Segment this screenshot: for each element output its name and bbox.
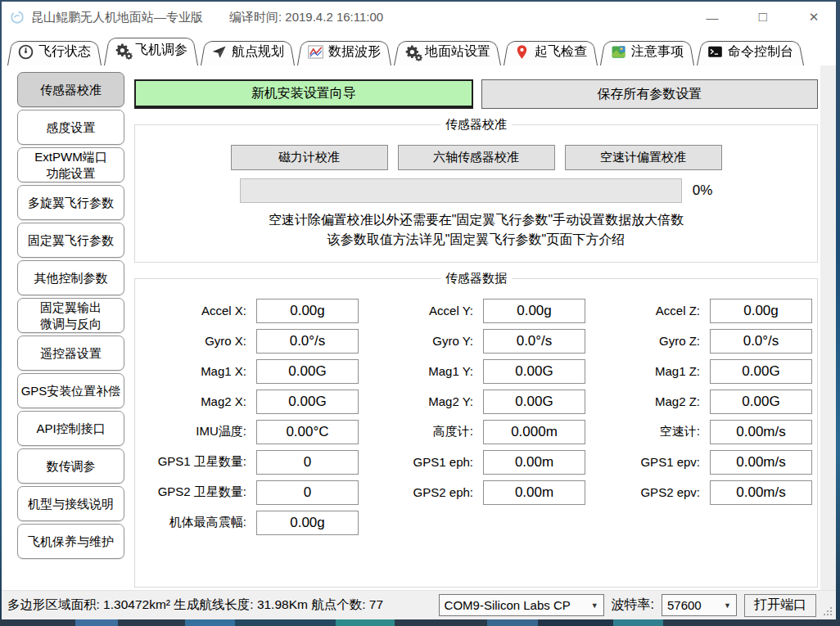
gears-icon bbox=[115, 43, 130, 58]
map-icon bbox=[611, 44, 626, 60]
sensor-field-label: IMU温度: bbox=[142, 424, 256, 439]
tab-label: 航点规划 bbox=[232, 43, 284, 61]
airspeed-offset-calibration-button[interactable]: 空速计偏置校准 bbox=[565, 145, 722, 170]
sensor-field-value: 0.00G bbox=[256, 359, 359, 384]
sensor-field-label: 高度计: bbox=[359, 424, 483, 439]
tab-data-waveform[interactable]: 数据波形 bbox=[297, 38, 391, 65]
sensor-field-value: 0.00G bbox=[256, 390, 359, 414]
sensor-field-value: 0.0°/s bbox=[710, 329, 812, 354]
sensor-field-value: 0.00G bbox=[710, 390, 812, 414]
sidebar-item-telemetry-tuning[interactable]: 数传调参 bbox=[17, 448, 124, 484]
window-title: 昆山鲲鹏无人机地面站—专业版 bbox=[31, 10, 203, 25]
sensor-field-label: Gyro Z: bbox=[585, 334, 710, 348]
tab-label: 地面站设置 bbox=[425, 43, 490, 61]
tab-label: 飞行状态 bbox=[38, 43, 91, 61]
sensor-field-label: Mag2 Z: bbox=[585, 394, 710, 408]
calibration-progress-bar bbox=[240, 178, 682, 203]
sensor-field-value: 0.00g bbox=[710, 299, 812, 323]
sidebar-item-gps-mount-offset[interactable]: GPS安装位置补偿 bbox=[17, 373, 124, 408]
sensor-calibration-group: 传感器校准 磁力计校准 六轴传感器校准 空速计偏置校准 0% 空速计除偏置校准以… bbox=[134, 124, 818, 263]
sidebar-item-fixedwing-params[interactable]: 固定翼飞行参数 bbox=[17, 223, 124, 258]
sensor-field-value: 0.00°C bbox=[256, 420, 359, 444]
maximize-button[interactable]: □ bbox=[756, 9, 770, 25]
sidebar-item-fixedwing-output[interactable]: 固定翼输出 微调与反向 bbox=[17, 298, 124, 333]
sensor-field-label: 空速计: bbox=[585, 424, 710, 439]
calibration-note-line2: 该参数取值方法详见"固定翼飞行参数"页面下方介绍 bbox=[135, 230, 817, 250]
sensor-field-value: 0.00m/s bbox=[710, 480, 812, 505]
sensor-data-group: 传感器数据 Accel X:0.00gAccel Y:0.00gAccel Z:… bbox=[134, 278, 818, 588]
tab-aircraft-tuning[interactable]: 飞机调参 bbox=[104, 34, 198, 65]
sidebar-item-airframe-wiring[interactable]: 机型与接线说明 bbox=[17, 486, 124, 521]
sidebar-item-rc-settings[interactable]: 遥控器设置 bbox=[17, 336, 124, 371]
minimize-button[interactable]: — bbox=[705, 11, 720, 25]
new-aircraft-wizard-button[interactable]: 新机安装设置向导 bbox=[134, 79, 473, 109]
baud-rate-value: 57600 bbox=[667, 598, 702, 612]
sidebar-item-api-interface[interactable]: API控制接口 bbox=[17, 411, 124, 446]
sensor-field-label: Mag1 Y: bbox=[359, 364, 483, 378]
tab-label: 数据波形 bbox=[328, 43, 381, 61]
group-title: 传感器校准 bbox=[440, 117, 512, 133]
tab-label: 注意事项 bbox=[631, 43, 684, 61]
sensor-field-label: GPS1 卫星数量: bbox=[142, 454, 256, 470]
open-port-button[interactable]: 打开端口 bbox=[744, 594, 816, 617]
right-gutter bbox=[820, 65, 836, 590]
save-all-params-button[interactable]: 保存所有参数设置 bbox=[481, 79, 819, 109]
sensor-field-value: 0.0°/s bbox=[256, 329, 359, 354]
sidebar-item-sensitivity[interactable]: 感度设置 bbox=[17, 110, 124, 145]
tab-waypoint-plan[interactable]: 航点规划 bbox=[201, 38, 295, 65]
sensor-field-label: Mag1 X: bbox=[142, 364, 256, 378]
gears-icon bbox=[404, 44, 420, 60]
main-area: 传感器校准感度设置ExtPWM端口 功能设置多旋翼飞行参数固定翼飞行参数其他控制… bbox=[2, 65, 836, 590]
sensor-field-label: Mag2 Y: bbox=[359, 394, 483, 408]
title-bar: 昆山鲲鹏无人机地面站—专业版 编译时间: 2019.4.2 16:11:00 —… bbox=[2, 2, 836, 33]
window-controls: — □ ✕ bbox=[705, 9, 821, 25]
sensor-field-label: Gyro X: bbox=[142, 334, 256, 348]
sensor-field-label: Accel Z: bbox=[585, 304, 710, 318]
desktop-strip bbox=[0, 619, 840, 626]
sidebar-item-other-params[interactable]: 其他控制参数 bbox=[17, 260, 124, 295]
sensor-field-value: 0.00m/s bbox=[710, 420, 812, 444]
sensor-field-value: 0.00G bbox=[483, 359, 585, 384]
calibration-button-row: 磁力计校准 六轴传感器校准 空速计偏置校准 bbox=[135, 145, 817, 170]
sensor-data-grid: Accel X:0.00gAccel Y:0.00gAccel Z:0.00gG… bbox=[135, 295, 817, 538]
six-axis-calibration-button[interactable]: 六轴传感器校准 bbox=[398, 145, 555, 170]
sensor-field-label: Accel X: bbox=[142, 304, 256, 318]
mission-summary-text: 多边形区域面积: 1.30472km² 生成航线长度: 31.98Km 航点个数… bbox=[7, 597, 383, 614]
sensor-field-value: 0.00m/s bbox=[710, 450, 812, 475]
tab-gcs-settings[interactable]: 地面站设置 bbox=[394, 38, 501, 65]
sensor-field-value: 0.00G bbox=[483, 390, 585, 414]
tab-label: 命令控制台 bbox=[728, 43, 793, 61]
sidebar-item-extpwm-ports[interactable]: ExtPWM端口 功能设置 bbox=[17, 147, 124, 182]
sensor-field-value: 0.00m bbox=[483, 450, 585, 475]
calibration-notes: 空速计除偏置校准以外还需要在"固定翼飞行参数"手动设置数据放大倍数 该参数取值方… bbox=[135, 210, 817, 250]
close-button[interactable]: ✕ bbox=[806, 10, 821, 25]
tab-command-console[interactable]: 命令控制台 bbox=[697, 38, 804, 65]
baud-rate-select[interactable]: 57600 ▼ bbox=[662, 594, 737, 616]
sensor-field-value: 0.00m bbox=[483, 480, 585, 505]
sidebar: 传感器校准感度设置ExtPWM端口 功能设置多旋翼飞行参数固定翼飞行参数其他控制… bbox=[17, 65, 124, 590]
tab-flight-status[interactable]: 飞行状态 bbox=[7, 38, 102, 65]
resize-grip[interactable] bbox=[824, 607, 833, 617]
sidebar-item-sensor-calibration[interactable]: 传感器校准 bbox=[17, 72, 124, 107]
tab-label: 飞机调参 bbox=[135, 42, 187, 59]
gauge-icon bbox=[18, 44, 34, 60]
sensor-field-value: 0 bbox=[256, 480, 359, 505]
tab-label: 起飞检查 bbox=[535, 43, 587, 61]
com-port-select[interactable]: COM9-Silicon Labs CP ▼ bbox=[439, 594, 604, 616]
app-logo-icon bbox=[10, 10, 25, 25]
waveform-icon bbox=[308, 44, 323, 60]
pin-icon bbox=[514, 44, 530, 60]
sensor-field-label: GPS2 卫星数量: bbox=[142, 484, 256, 500]
tab-notes[interactable]: 注意事项 bbox=[600, 38, 694, 65]
console-icon bbox=[707, 44, 723, 60]
tab-takeoff-check[interactable]: 起飞检查 bbox=[504, 38, 598, 65]
sensor-field-label: Mag2 X: bbox=[142, 394, 256, 408]
sidebar-item-multirotor-params[interactable]: 多旋翼飞行参数 bbox=[17, 185, 124, 220]
top-button-row: 新机安装设置向导 保存所有参数设置 bbox=[134, 79, 818, 109]
sidebar-item-maintenance[interactable]: 飞机保养与维护 bbox=[17, 524, 124, 559]
magnetometer-calibration-button[interactable]: 磁力计校准 bbox=[231, 145, 388, 170]
calibration-note-line1: 空速计除偏置校准以外还需要在"固定翼飞行参数"手动设置数据放大倍数 bbox=[135, 210, 817, 230]
sensor-field-value: 0.0°/s bbox=[483, 329, 585, 354]
group-title: 传感器数据 bbox=[440, 271, 512, 286]
com-port-value: COM9-Silicon Labs CP bbox=[445, 598, 571, 612]
